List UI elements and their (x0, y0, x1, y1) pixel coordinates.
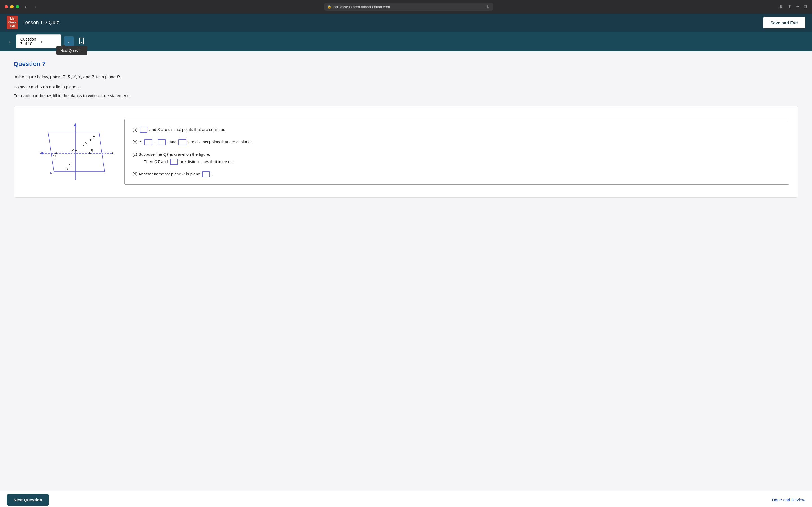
part-a-blank-1[interactable] (140, 127, 147, 133)
question-text-1: In the figure below, points T, R, X, Y, … (13, 73, 799, 80)
part-b-blank-1[interactable] (144, 139, 152, 145)
header-left: Mc Graw Hill Lesson 1.2 Quiz (7, 16, 59, 29)
question-part-b: (b) Y, , , and are distinct points that … (133, 138, 781, 146)
svg-text:Z: Z (93, 135, 95, 140)
app-title: Lesson 1.2 Quiz (22, 20, 59, 25)
mcgraw-logo: Mc Graw Hill (7, 16, 18, 29)
bookmark-button[interactable] (77, 36, 87, 47)
browser-back-btn[interactable]: ‹ (22, 3, 29, 11)
svg-marker-0 (48, 132, 105, 172)
part-b-blank-2[interactable] (158, 139, 165, 145)
svg-marker-2 (40, 152, 43, 155)
svg-text:R: R (91, 149, 93, 153)
question-part-c: (c) Suppose line QT is drawn on the figu… (133, 151, 781, 165)
svg-point-16 (112, 152, 113, 154)
svg-point-6 (90, 139, 91, 141)
url-text: cdn.assess.prod.mheducation.com (333, 5, 390, 9)
download-icon[interactable]: ⬇ (779, 4, 783, 10)
next-question-tooltip: Next Question (56, 46, 87, 55)
share-icon[interactable]: ⬆ (788, 4, 792, 10)
done-review-button[interactable]: Done and Review (772, 497, 805, 502)
svg-point-18 (68, 164, 70, 165)
prev-question-button[interactable]: ‹ (7, 37, 13, 47)
part-c-blank-1[interactable] (170, 159, 178, 165)
browser-chrome: ‹ › 🔒 cdn.assess.prod.mheducation.com ↻ … (0, 0, 812, 13)
svg-text:Q: Q (53, 154, 56, 158)
svg-text:P: P (50, 171, 52, 175)
question-selector[interactable]: Question 7 of 10 ▼ (16, 34, 61, 48)
part-b-blank-3[interactable] (179, 139, 186, 145)
address-bar: 🔒 cdn.assess.prod.mheducation.com ↻ (324, 3, 493, 11)
browser-toolbar: ⬇ ⬆ + ⧉ (779, 4, 808, 10)
browser-forward-btn[interactable]: › (32, 3, 38, 11)
app-header: Mc Graw Hill Lesson 1.2 Quiz Save and Ex… (0, 13, 812, 32)
question-instruction: For each part below, fill in the blanks … (13, 93, 799, 98)
question-part-a: (a) and X are distinct points that are c… (133, 126, 781, 133)
save-exit-button[interactable]: Save and Exit (763, 17, 805, 29)
new-tab-icon[interactable]: + (796, 4, 799, 10)
figure-questions: (a) and X are distinct points that are c… (124, 119, 789, 185)
chevron-down-icon: ▼ (40, 39, 57, 44)
part-c-label: (c) Suppose line (133, 152, 163, 157)
figure-container: Z Y X R Q S (13, 106, 799, 198)
svg-point-8 (83, 145, 84, 147)
nav-bar: ‹ Question 7 of 10 ▼ › Next Question (0, 32, 812, 51)
part-d-blank-1[interactable] (202, 171, 210, 177)
svg-point-10 (75, 150, 77, 151)
main-content: Question 7 In the figure below, points T… (0, 51, 812, 491)
question-selector-label: Question 7 of 10 (20, 37, 38, 46)
svg-marker-5 (74, 123, 77, 126)
part-d-label: (d) Another name for plane P is plane (133, 172, 201, 176)
figure-diagram: Z Y X R Q S (23, 115, 113, 188)
question-title: Question 7 (13, 60, 799, 68)
footer-bar: Next Question Done and Review (0, 491, 812, 507)
next-question-footer-button[interactable]: Next Question (7, 494, 49, 506)
svg-text:Y: Y (85, 142, 88, 146)
tabs-icon[interactable]: ⧉ (804, 4, 808, 10)
part-a-label: (a) (133, 127, 139, 132)
svg-text:X: X (71, 149, 74, 153)
svg-text:T: T (66, 167, 69, 171)
part-b-label: (b) Y, (133, 140, 144, 144)
question-part-d: (d) Another name for plane P is plane . (133, 170, 781, 178)
question-text-2: Points Q and S do not lie in plane P. (13, 83, 799, 91)
